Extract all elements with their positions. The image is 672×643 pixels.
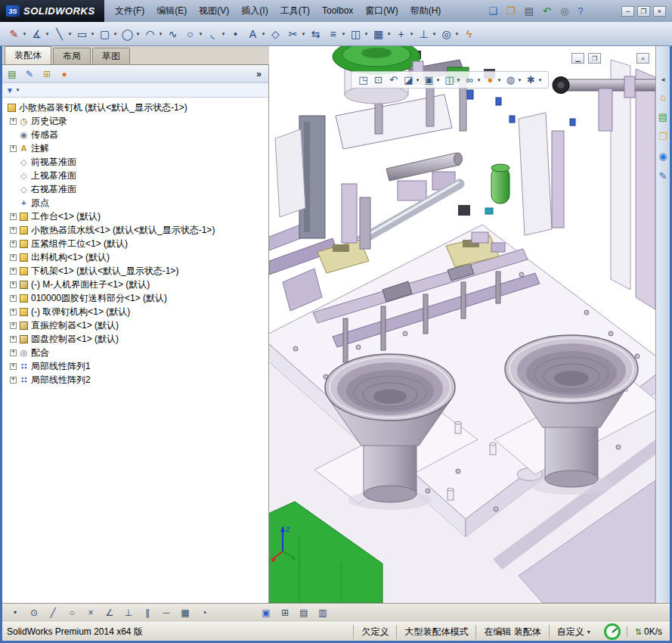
circle-icon[interactable]: ◯	[119, 26, 141, 42]
dropdown-caret-icon[interactable]	[432, 31, 437, 37]
previous-view-icon[interactable]: ↶	[387, 74, 400, 85]
hide-show-items-icon[interactable]: ∞	[463, 74, 482, 85]
dropdown-caret-icon[interactable]	[476, 77, 482, 83]
tree-item[interactable]: 注解	[2, 141, 268, 155]
collapse-arrow-icon[interactable]: ◄	[660, 76, 666, 83]
featuremanager-tab-icon[interactable]: ▤	[5, 67, 19, 81]
dropdown-caret-icon[interactable]	[341, 31, 346, 37]
ellipse-icon[interactable]: ○	[182, 26, 203, 42]
menu-help[interactable]: 帮助(H)	[404, 0, 447, 22]
tree-item[interactable]: (-) M-人机界面柱子<1> (默认)	[2, 278, 268, 291]
dropdown-caret-icon[interactable]	[113, 31, 118, 37]
quick-snaps-icon[interactable]: ◎	[438, 26, 460, 42]
dropdown-caret-icon[interactable]	[409, 31, 414, 37]
dropdown-caret-icon[interactable]	[22, 31, 27, 37]
propertymanager-tab-icon[interactable]: ✎	[23, 67, 36, 81]
tree-item[interactable]: 出料机构<1> (默认)	[2, 250, 268, 264]
corner-rectangle-icon[interactable]: ▭	[74, 26, 95, 42]
expand-icon[interactable]	[10, 281, 17, 288]
new-document-icon[interactable]: ❏	[488, 5, 497, 17]
solidworks-resources-icon[interactable]: ⌂	[660, 92, 666, 103]
offset-entities-icon[interactable]: ≡	[325, 26, 346, 42]
dropdown-caret-icon[interactable]	[90, 31, 95, 37]
tree-item[interactable]: 010000圆胶钉送料部分<1> (默认)	[2, 291, 268, 305]
dropdown-caret-icon[interactable]	[386, 31, 392, 37]
tree-item[interactable]: 下机架<1> (默认<默认_显示状态-1>)	[2, 264, 268, 278]
help-icon[interactable]: ?	[578, 5, 583, 17]
restore-viewport-icon[interactable]: ❐	[588, 53, 601, 64]
tree-item[interactable]: 压紧组件工位<1> (默认)	[2, 237, 268, 250]
print-icon[interactable]: ▤	[525, 5, 534, 17]
dropdown-caret-icon[interactable]	[67, 31, 73, 37]
units-icon[interactable]: ▤	[297, 606, 311, 620]
dropdown-caret-icon[interactable]	[497, 77, 502, 83]
expand-icon[interactable]	[10, 322, 17, 329]
menu-toolbox[interactable]: Toolbox	[316, 0, 359, 22]
expand-icon[interactable]	[10, 377, 17, 384]
display-style-icon[interactable]: ◫	[443, 74, 461, 85]
maximize-window-icon[interactable]: ❐	[637, 6, 650, 17]
appearances-scenes-icon[interactable]: ◉	[658, 151, 667, 162]
menu-insert[interactable]: 插入(I)	[235, 0, 274, 22]
expand-icon[interactable]	[10, 254, 17, 261]
centerpoint-arc-icon[interactable]: ◠	[142, 26, 163, 42]
design-library-icon[interactable]: ▤	[658, 111, 667, 123]
spline-icon[interactable]: ∿	[165, 26, 181, 42]
dropdown-caret-icon[interactable]	[517, 77, 522, 83]
graphics-viewport[interactable]: Z X Y ▁ ❐ × ◳ ⊡	[269, 46, 655, 603]
tree-item[interactable]: 工作台<1> (默认)	[2, 210, 268, 223]
section-view-icon[interactable]: ◪	[402, 74, 420, 85]
tree-filter-row[interactable]: ▼	[2, 83, 268, 98]
line-icon[interactable]: ╲	[51, 26, 73, 42]
expand-icon[interactable]	[10, 227, 17, 234]
dropdown-caret-icon[interactable]	[301, 31, 306, 37]
linear-sketch-pattern-icon[interactable]: ▦	[370, 26, 392, 42]
tree-item[interactable]: 上视基准面	[2, 169, 268, 182]
tree-item[interactable]: 直振控制器<1> (默认)	[2, 318, 268, 332]
dropdown-caret-icon[interactable]	[261, 31, 266, 37]
expand-icon[interactable]	[10, 349, 17, 356]
convert-entities-icon[interactable]: ⇆	[308, 26, 324, 42]
snap-line-icon[interactable]: ╱	[46, 606, 60, 620]
trim-entities-icon[interactable]: ✂	[285, 26, 306, 42]
dropdown-caret-icon[interactable]	[45, 31, 50, 37]
mirror-entities-icon[interactable]: ◫	[348, 26, 369, 42]
snap-quadrant-icon[interactable]: ◔	[197, 606, 211, 620]
sketch-fillet-icon[interactable]: ◟	[205, 26, 226, 42]
tree-root[interactable]: 小散热器装钉机 (默认<默认_显示状态-1>)	[2, 101, 268, 114]
tree-item[interactable]: 传感器	[2, 128, 268, 141]
custom-properties-icon[interactable]: ✎	[659, 170, 667, 182]
instant2d-icon[interactable]: ϟ	[461, 26, 477, 42]
smart-dimension-icon[interactable]: ∡	[29, 26, 50, 42]
graphics-area[interactable]: Z X Y	[269, 46, 655, 603]
snap-grid-icon[interactable]: ▦	[178, 606, 192, 620]
snap-parallel-icon[interactable]: ∥	[141, 606, 154, 620]
menu-edit[interactable]: 编辑(E)	[150, 0, 193, 22]
expand-icon[interactable]	[10, 268, 17, 275]
expand-icon[interactable]	[10, 213, 17, 220]
options-icon[interactable]: ◎	[560, 5, 568, 17]
minimize-window-icon[interactable]: –	[621, 6, 634, 17]
snap-circle-icon[interactable]: ○	[65, 606, 79, 620]
minimize-viewport-icon[interactable]: ▁	[571, 53, 584, 64]
status-definition[interactable]: 欠定义	[353, 625, 396, 639]
dropdown-caret-icon[interactable]	[198, 31, 203, 37]
tree-item[interactable]: 右视基准面	[2, 182, 268, 196]
sketch-icon[interactable]: ✎	[6, 26, 27, 42]
status-custom[interactable]: 自定义	[549, 625, 598, 639]
status-editing[interactable]: 在编辑 装配体	[475, 625, 548, 639]
expand-icon[interactable]	[10, 336, 17, 343]
file-explorer-icon[interactable]: ❐	[658, 131, 667, 142]
view-orientation-icon[interactable]: ▣	[423, 74, 441, 85]
expand-icon[interactable]	[10, 145, 17, 152]
menu-window[interactable]: 窗口(W)	[359, 0, 404, 22]
tab-sketch[interactable]: 草图	[92, 48, 130, 64]
tree-item[interactable]: 局部线性阵列1	[2, 359, 268, 373]
snap-perpendicular-icon[interactable]: ⊥	[122, 606, 135, 620]
snap-center-icon[interactable]: ⊙	[27, 606, 41, 620]
view-settings-icon[interactable]: ✱	[525, 74, 543, 85]
menu-tools[interactable]: 工具(T)	[274, 0, 316, 22]
overflow-chevron[interactable]: »	[256, 69, 265, 79]
expand-icon[interactable]	[10, 118, 17, 125]
dropdown-caret-icon[interactable]	[454, 31, 460, 37]
